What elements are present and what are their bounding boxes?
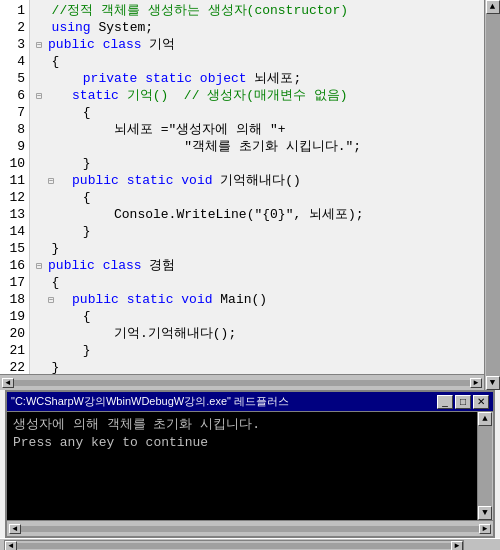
- close-btn[interactable]: ✕: [473, 395, 489, 409]
- console-window: "C:WCSharpW강의WbinWDebugW강의.exe" 레드플러스 _ …: [5, 390, 495, 538]
- line-number: 14: [4, 223, 25, 240]
- maximize-btn[interactable]: □: [455, 395, 471, 409]
- code-token: }: [36, 156, 91, 171]
- code-token: }: [36, 241, 59, 256]
- code-token: 경험: [149, 258, 175, 273]
- line-number: 8: [4, 121, 25, 138]
- code-token: {: [36, 190, 91, 205]
- console-scroll-right[interactable]: ►: [479, 524, 491, 534]
- line-number: 2: [4, 19, 25, 36]
- v-scroll-track: [486, 14, 500, 376]
- line-number: 17: [4, 274, 25, 291]
- code-line: 기억.기억해내다();: [36, 325, 478, 342]
- line-numbers: 12345678910111213141516171819202122: [0, 0, 30, 374]
- line-number: 16: [4, 257, 25, 274]
- code-token: {: [36, 309, 91, 324]
- code-area: 12345678910111213141516171819202122 //정적…: [0, 0, 484, 374]
- code-line: }: [36, 359, 478, 374]
- code-token: {: [36, 275, 59, 290]
- h-scroll-track: [14, 380, 470, 386]
- code-token: public: [72, 292, 119, 307]
- code-token: void: [181, 292, 212, 307]
- line-number: 5: [4, 70, 25, 87]
- code-token: System;: [91, 20, 153, 35]
- code-token: object: [200, 71, 247, 86]
- code-content[interactable]: //정적 객체를 생성하는 생성자(constructor) using Sys…: [30, 0, 484, 374]
- code-line: using System;: [36, 19, 478, 36]
- code-line: {: [36, 104, 478, 121]
- console-scroll-up[interactable]: ▲: [478, 412, 492, 426]
- code-token: 뇌세포 ="생성자에 의해 "+: [36, 122, 286, 137]
- console-vtrack: [478, 426, 492, 506]
- console-vscrollbar[interactable]: ▲ ▼: [477, 412, 493, 520]
- code-token: }: [36, 360, 59, 374]
- console-hscrollbar[interactable]: ◄ ►: [7, 520, 493, 536]
- line-number: 4: [4, 53, 25, 70]
- v-scrollbar-editor[interactable]: ▲ ▼: [484, 0, 500, 390]
- h-scrollbar-editor[interactable]: ◄ ►: [0, 374, 484, 390]
- bottom-bar: ◄ ►: [0, 538, 500, 550]
- scroll-right-btn[interactable]: ►: [470, 378, 482, 388]
- code-token: Main(): [213, 292, 268, 307]
- code-line: private static object 뇌세포;: [36, 70, 478, 87]
- console-output-line2: Press any key to continue: [13, 434, 487, 452]
- line-number: 21: [4, 342, 25, 359]
- code-token: [119, 173, 127, 188]
- code-line: }: [36, 223, 478, 240]
- line-number: 15: [4, 240, 25, 257]
- code-editor: 12345678910111213141516171819202122 //정적…: [0, 0, 500, 390]
- line-number: 1: [4, 2, 25, 19]
- code-line: 뇌세포 ="생성자에 의해 "+: [36, 121, 478, 138]
- scroll-left-btn[interactable]: ◄: [2, 378, 14, 388]
- code-token: [36, 20, 52, 35]
- code-token: class: [95, 258, 150, 273]
- code-token: static: [145, 71, 192, 86]
- code-token: [119, 292, 127, 307]
- code-line: "객체를 초기화 시킵니다.";: [36, 138, 478, 155]
- code-token: }: [36, 343, 91, 358]
- code-token: 기억: [149, 37, 175, 52]
- code-token: ⊟: [36, 40, 48, 51]
- code-token: class: [95, 37, 150, 52]
- code-line: ⊟ public class 기억: [36, 36, 478, 53]
- code-token: ⊟: [36, 176, 72, 187]
- minimize-btn[interactable]: _: [437, 395, 453, 409]
- main-scroll-left[interactable]: ◄: [5, 541, 17, 551]
- line-number: 9: [4, 138, 25, 155]
- code-token: static: [127, 173, 174, 188]
- code-line: {: [36, 53, 478, 70]
- code-token: private: [83, 71, 138, 86]
- line-number: 22: [4, 359, 25, 374]
- line-number: 12: [4, 189, 25, 206]
- code-token: public: [72, 173, 119, 188]
- line-number: 6: [4, 87, 25, 104]
- code-token: public: [48, 258, 95, 273]
- console-scroll-left[interactable]: ◄: [9, 524, 21, 534]
- line-number: 13: [4, 206, 25, 223]
- code-line: //정적 객체를 생성하는 생성자(constructor): [36, 2, 478, 19]
- code-line: ⊟ public class 경험: [36, 257, 478, 274]
- line-number: 19: [4, 308, 25, 325]
- code-token: Console.WriteLine("{0}", 뇌세포);: [36, 207, 364, 222]
- code-token: using: [52, 20, 91, 35]
- code-line: {: [36, 189, 478, 206]
- code-line: }: [36, 240, 478, 257]
- console-output-line1: 생성자에 의해 객체를 초기화 시킵니다.: [13, 416, 487, 434]
- line-number: 3: [4, 36, 25, 53]
- code-token: 기억해내다(): [213, 173, 301, 188]
- code-line: ⊟ public static void Main(): [36, 291, 478, 308]
- scroll-up-btn[interactable]: ▲: [486, 0, 500, 14]
- main-hscrollbar[interactable]: ◄ ►: [4, 540, 464, 551]
- line-number: 11: [4, 172, 25, 189]
- main-htrack: [17, 543, 451, 549]
- console-scroll-down[interactable]: ▼: [478, 506, 492, 520]
- code-token: 기억() // 생성자(매개변수 없음): [119, 88, 348, 103]
- code-line: Console.WriteLine("{0}", 뇌세포);: [36, 206, 478, 223]
- code-line: }: [36, 342, 478, 359]
- code-token: 기억.기억해내다();: [36, 326, 236, 341]
- scroll-down-btn[interactable]: ▼: [486, 376, 500, 390]
- main-scroll-right[interactable]: ►: [451, 541, 463, 551]
- code-token: {: [36, 54, 59, 69]
- code-token: void: [181, 173, 212, 188]
- code-line: ⊟ static 기억() // 생성자(매개변수 없음): [36, 87, 478, 104]
